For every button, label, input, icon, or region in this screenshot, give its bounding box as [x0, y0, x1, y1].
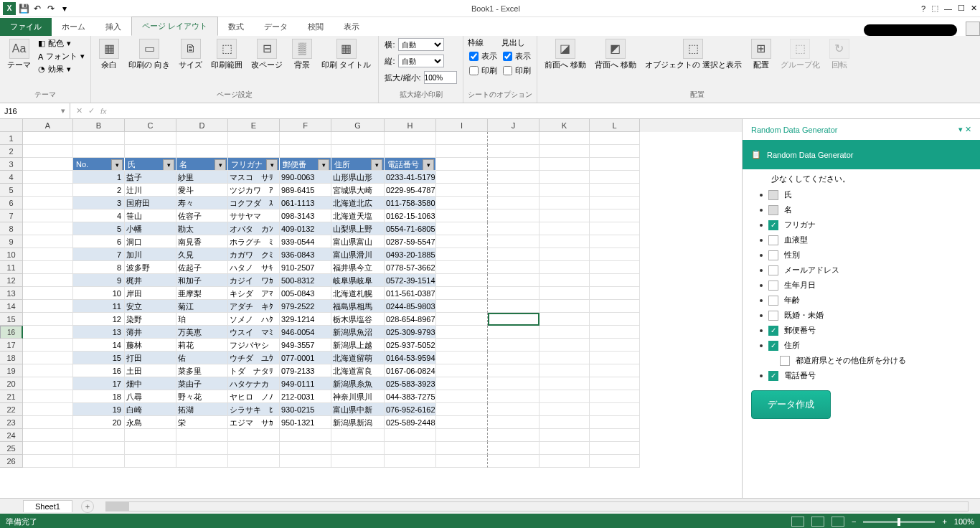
cell[interactable]: 0233-41-5179	[385, 171, 436, 184]
cell[interactable]: 安立	[125, 300, 176, 313]
cell[interactable]	[590, 300, 640, 313]
cell[interactable]: 勘太	[176, 222, 228, 235]
cell[interactable]: 11	[73, 300, 125, 313]
col-header-B[interactable]: B	[73, 119, 125, 132]
cell[interactable]: 939-0544	[280, 235, 331, 248]
theme-colors-button[interactable]: ◧ 配色▾	[37, 37, 86, 50]
cell[interactable]: 0162-15-1063	[385, 209, 436, 222]
cell[interactable]	[590, 377, 640, 390]
cell[interactable]	[385, 132, 436, 145]
bring-forward-button[interactable]: ◪前面へ 移動	[542, 37, 589, 71]
cell[interactable]	[540, 416, 590, 429]
cell[interactable]	[23, 326, 73, 339]
cell[interactable]	[23, 429, 73, 442]
cell[interactable]	[540, 197, 590, 209]
cell[interactable]	[23, 145, 73, 158]
selection-pane-button[interactable]: ⬚オブジェクトの 選択と表示	[642, 37, 745, 71]
print-titles-button[interactable]: ▦印刷 タイトル	[319, 37, 374, 71]
col-header-L[interactable]: L	[590, 119, 640, 132]
cell[interactable]: 0287-59-5547	[385, 235, 436, 248]
cell[interactable]: カジイ ワｶ	[228, 274, 280, 287]
cell[interactable]	[540, 364, 590, 377]
formula-input[interactable]	[113, 103, 980, 118]
row-header[interactable]: 12	[0, 274, 23, 287]
cell[interactable]: 新潟県新潟	[331, 416, 385, 429]
row-header[interactable]: 9	[0, 235, 23, 248]
row-header[interactable]: 6	[0, 197, 23, 209]
cell[interactable]	[590, 197, 640, 209]
cell[interactable]	[436, 132, 488, 145]
cell[interactable]	[540, 261, 590, 274]
gridlines-view-checkbox[interactable]: 表示	[468, 50, 499, 62]
cell[interactable]	[488, 313, 540, 326]
horizontal-scrollbar[interactable]	[105, 501, 969, 512]
cell[interactable]	[488, 145, 540, 158]
cell[interactable]: 万美恵	[176, 326, 228, 339]
row-header[interactable]: 26	[0, 455, 23, 468]
scale-zoom-input[interactable]	[424, 71, 457, 84]
cell[interactable]	[488, 352, 540, 364]
col-header-F[interactable]: F	[280, 119, 331, 132]
cell[interactable]: キシダ アﾏ	[228, 287, 280, 300]
cell[interactable]	[436, 429, 488, 442]
cell[interactable]: 10	[73, 287, 125, 300]
cell[interactable]: 079-2133	[280, 364, 331, 377]
col-header-C[interactable]: C	[125, 119, 176, 132]
cell[interactable]	[488, 416, 540, 429]
cell[interactable]	[436, 287, 488, 300]
cell[interactable]	[590, 326, 640, 339]
cell[interactable]: 宮城県大崎	[331, 184, 385, 197]
cell[interactable]	[488, 429, 540, 442]
cell[interactable]: ハタノ サｷ	[228, 261, 280, 274]
cell[interactable]: 辻川	[125, 184, 176, 197]
cell[interactable]	[436, 274, 488, 287]
cell[interactable]: 061-1113	[280, 197, 331, 209]
normal-view-button[interactable]	[791, 517, 804, 527]
cell[interactable]: 南見香	[176, 235, 228, 248]
cell[interactable]	[590, 145, 640, 158]
cell[interactable]	[436, 364, 488, 377]
ribbon-options-icon[interactable]: ⬚	[931, 4, 938, 13]
checkbox[interactable]	[768, 265, 778, 275]
cell[interactable]: 北海道札幌	[331, 287, 385, 300]
row-header[interactable]: 25	[0, 442, 23, 455]
row-header[interactable]: 2	[0, 145, 23, 158]
row-header[interactable]: 22	[0, 403, 23, 416]
cell[interactable]	[176, 442, 228, 455]
cell[interactable]: No.	[73, 158, 125, 171]
theme-fonts-button[interactable]: A フォント▾	[37, 50, 86, 62]
cell[interactable]	[590, 416, 640, 429]
cell[interactable]: 011-561-0387	[385, 287, 436, 300]
cell[interactable]: ホラグチ ﾐ	[228, 235, 280, 248]
row-header[interactable]: 13	[0, 287, 23, 300]
cell[interactable]	[280, 145, 331, 158]
cell[interactable]	[590, 390, 640, 403]
scale-height-select[interactable]: 自動	[398, 55, 444, 67]
cell[interactable]	[540, 352, 590, 364]
cell[interactable]: 0778-57-3662	[385, 261, 436, 274]
cell[interactable]: ウスイ マﾐ	[228, 326, 280, 339]
cell[interactable]: 0554-71-6805	[385, 222, 436, 235]
margins-button[interactable]: ▦余白	[95, 37, 123, 71]
option-row[interactable]: 血液型	[760, 232, 971, 248]
cell[interactable]	[436, 352, 488, 364]
cell[interactable]	[590, 248, 640, 261]
cell[interactable]	[331, 429, 385, 442]
cell[interactable]	[488, 261, 540, 274]
cell[interactable]	[590, 429, 640, 442]
cell[interactable]	[125, 442, 176, 455]
cell[interactable]	[540, 455, 590, 468]
cell[interactable]: 2	[73, 184, 125, 197]
cell[interactable]: 栄	[176, 416, 228, 429]
cell[interactable]: 3	[73, 197, 125, 209]
cell[interactable]	[436, 442, 488, 455]
checkbox[interactable]: ✓	[768, 220, 778, 230]
tab-insert[interactable]: 挿入	[95, 18, 131, 36]
cell[interactable]	[540, 222, 590, 235]
cell[interactable]: 打田	[125, 352, 176, 364]
cell[interactable]	[488, 132, 540, 145]
cell[interactable]	[23, 235, 73, 248]
cell[interactable]: 025-583-3923	[385, 377, 436, 390]
cell[interactable]	[590, 171, 640, 184]
cell[interactable]: 梶井	[125, 274, 176, 287]
